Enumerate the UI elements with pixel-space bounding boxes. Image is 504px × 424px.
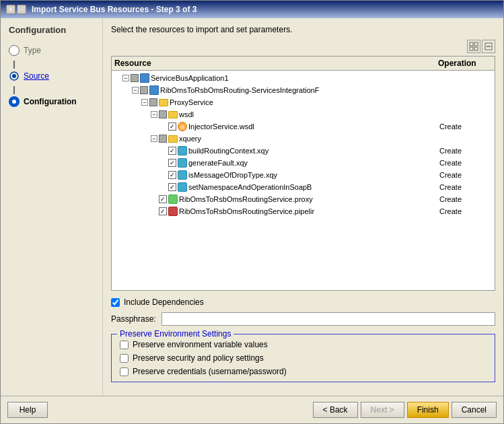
- window-controls: ✕ –: [6, 5, 26, 14]
- table-row[interactable]: − ProxyService: [112, 96, 495, 108]
- expand-icon[interactable]: −: [151, 135, 157, 142]
- table-row[interactable]: buildRoutingContext.xqy Create: [112, 145, 495, 157]
- folder-icon: [168, 111, 178, 118]
- preserve-env-vars-checkbox[interactable]: [120, 341, 129, 349]
- passphrase-input[interactable]: [161, 312, 495, 326]
- operation-cell: Create: [439, 147, 493, 155]
- table-row[interactable]: setNamespaceAndOperationInSoapB Create: [112, 181, 495, 193]
- app-icon: [149, 85, 159, 95]
- preserve-env-vars-label[interactable]: Preserve environment variable values: [133, 340, 268, 349]
- svg-point-1: [12, 74, 16, 78]
- operation-cell: Create: [439, 207, 493, 215]
- finish-button[interactable]: Finish: [407, 402, 449, 418]
- row-label: isMessageOfDropType.xqy: [188, 171, 277, 179]
- xqy-icon: [178, 158, 187, 168]
- svg-rect-7: [474, 47, 478, 50]
- sidebar: Configuration Type Source: [1, 18, 103, 396]
- row-label: RibOmsToRsbOmsRoutingService.pipelir: [179, 207, 314, 215]
- checkbox[interactable]: [159, 110, 167, 118]
- app-icon: [140, 73, 149, 83]
- pipeline-icon: [168, 207, 178, 216]
- include-dependencies-row: Include Dependencies: [111, 297, 495, 307]
- tree-toolbar: [111, 40, 495, 53]
- expand-icon[interactable]: −: [122, 75, 129, 81]
- row-label: RibOmsToRsbOmsRoutingService.proxy: [179, 195, 313, 203]
- operation-cell: Create: [439, 195, 493, 203]
- table-row[interactable]: @ InjectorService.wsdl Create: [112, 120, 495, 133]
- close-button[interactable]: ✕: [6, 5, 15, 14]
- configuration-step-label: Configuration: [24, 97, 77, 106]
- row-label: RibOmsToRsbOmsRouting-ServicesIntegratio…: [160, 86, 320, 94]
- svg-point-3: [12, 100, 16, 104]
- folder-icon: [159, 99, 168, 106]
- back-button[interactable]: < Back: [313, 402, 358, 418]
- sidebar-item-type: Type: [6, 43, 97, 58]
- preserve-security-label[interactable]: Preserve security and policy settings: [133, 353, 264, 363]
- next-button[interactable]: Next >: [361, 402, 404, 418]
- row-label: generateFault.xqy: [188, 159, 248, 167]
- expand-icon[interactable]: −: [151, 111, 157, 118]
- connector-1: [13, 61, 15, 69]
- expand-icon[interactable]: −: [141, 99, 148, 106]
- type-step-label: Type: [24, 46, 41, 55]
- row-label: buildRoutingContext.xqy: [188, 147, 268, 155]
- checkbox[interactable]: [159, 207, 167, 215]
- checkbox[interactable]: [159, 195, 167, 203]
- table-row[interactable]: isMessageOfDropType.xqy Create: [112, 169, 495, 181]
- help-button[interactable]: Help: [7, 402, 48, 418]
- preserve-security-row: Preserve security and policy settings: [120, 353, 487, 363]
- svg-rect-6: [470, 47, 473, 50]
- checkbox[interactable]: [168, 171, 176, 179]
- minimize-button[interactable]: –: [17, 5, 26, 14]
- xqy-icon: [178, 182, 187, 192]
- table-row[interactable]: RibOmsToRsbOmsRoutingService.proxy Creat…: [112, 193, 495, 205]
- main-window: ✕ – Import Service Bus Resources - Step …: [0, 0, 504, 424]
- row-label: xquery: [179, 135, 201, 143]
- checkbox[interactable]: [168, 159, 176, 167]
- svg-rect-5: [474, 42, 478, 46]
- table-row[interactable]: − wsdl: [112, 108, 495, 120]
- table-row[interactable]: − ServiceBusApplication1: [112, 72, 495, 84]
- folder-icon: [168, 135, 178, 143]
- tree-header: Resource Operation: [112, 57, 495, 71]
- table-row[interactable]: generateFault.xqy Create: [112, 157, 495, 169]
- operation-cell: Create: [439, 122, 493, 131]
- preserve-section-title: Preserve Environment Settings: [117, 329, 233, 339]
- title-bar: ✕ – Import Service Bus Resources - Step …: [1, 1, 503, 18]
- row-label: setNamespaceAndOperationInSoapB: [188, 183, 312, 191]
- bottom-bar: Help < Back Next > Finish Cancel: [1, 396, 503, 423]
- preserve-security-checkbox[interactable]: [120, 354, 129, 363]
- sidebar-item-configuration[interactable]: Configuration: [6, 94, 97, 109]
- include-dependencies-checkbox[interactable]: [111, 298, 120, 307]
- checkbox[interactable]: [159, 135, 167, 143]
- checkbox[interactable]: [168, 122, 176, 131]
- table-row[interactable]: − RibOmsToRsbOmsRouting-ServicesIntegrat…: [112, 84, 495, 96]
- checkbox[interactable]: [131, 74, 139, 82]
- col-resource-header: Resource: [114, 59, 438, 68]
- main-panel: Select the resources to import and set p…: [103, 18, 503, 396]
- window-title: Import Service Bus Resources - Step 3 of…: [32, 5, 196, 14]
- checkbox[interactable]: [168, 147, 176, 155]
- resource-tree[interactable]: Resource Operation − ServiceBusApplicati…: [111, 56, 495, 291]
- table-row[interactable]: − xquery: [112, 133, 495, 145]
- sidebar-item-source[interactable]: Source: [6, 69, 97, 83]
- include-dependencies-label[interactable]: Include Dependencies: [124, 297, 204, 307]
- checkbox[interactable]: [168, 183, 176, 191]
- proxy-icon: [168, 195, 178, 204]
- operation-cell: Create: [439, 171, 493, 179]
- checkbox[interactable]: [149, 98, 157, 106]
- table-row[interactable]: RibOmsToRsbOmsRoutingService.pipelir Cre…: [112, 205, 495, 217]
- expand-all-button[interactable]: [467, 40, 480, 53]
- checkbox[interactable]: [140, 86, 148, 94]
- tree-body: − ServiceBusApplication1 −: [112, 71, 495, 219]
- operation-cell: Create: [439, 183, 493, 191]
- preserve-credentials-checkbox[interactable]: [120, 367, 129, 376]
- collapse-all-button[interactable]: [482, 40, 495, 53]
- passphrase-label: Passphrase:: [111, 314, 156, 324]
- cancel-button[interactable]: Cancel: [452, 402, 497, 418]
- sidebar-header: Configuration: [6, 25, 97, 35]
- row-label: wsdl: [179, 110, 194, 118]
- preserve-credentials-label[interactable]: Preserve credentials (username/password): [133, 367, 287, 376]
- expand-icon[interactable]: −: [132, 87, 139, 94]
- content-area: Configuration Type Source: [1, 18, 503, 396]
